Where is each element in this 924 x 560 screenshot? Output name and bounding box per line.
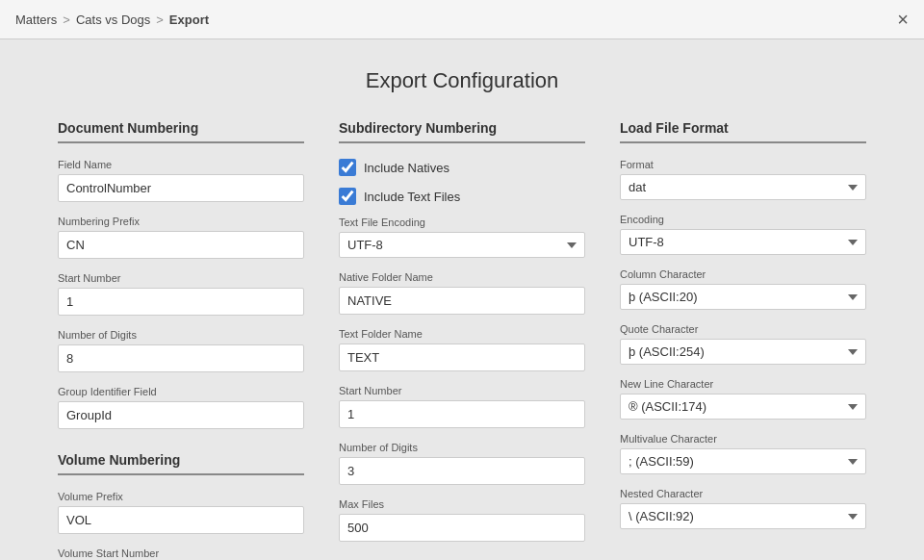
volume-start-label: Volume Start Number	[58, 547, 304, 559]
volume-numbering-header: Volume Numbering	[58, 452, 304, 475]
breadcrumb-matters: Matters	[15, 13, 57, 27]
native-folder-input[interactable]	[339, 287, 585, 315]
include-natives-checkbox[interactable]	[339, 159, 356, 176]
encoding-group: Encoding UTF-8 ASCII UTF-16	[620, 214, 866, 255]
page-title: Export Configuration	[58, 68, 866, 93]
include-natives-group: Include Natives	[339, 159, 585, 176]
encoding-label: Encoding	[620, 214, 866, 225]
sub-start-number-group: Start Number	[339, 385, 585, 428]
subdirectory-numbering-header: Subdirectory Numbering	[339, 120, 585, 143]
volume-start-group: Volume Start Number	[58, 547, 304, 560]
quote-char-select[interactable]: þ (ASCII:254)	[620, 339, 866, 365]
include-text-files-label[interactable]: Include Text Files	[364, 190, 460, 204]
main-content: Export Configuration Document Numbering …	[0, 39, 924, 560]
top-bar: Matters > Cats vs Dogs > Export ×	[0, 0, 924, 39]
field-name-group: Field Name	[58, 159, 304, 202]
text-file-encoding-group: Text File Encoding UTF-8 ASCII UTF-16	[339, 216, 585, 258]
include-text-files-checkbox[interactable]	[339, 188, 356, 205]
breadcrumb-sep-2: >	[156, 13, 164, 27]
include-natives-label[interactable]: Include Natives	[364, 161, 449, 175]
max-files-group: Max Files	[339, 498, 585, 542]
text-folder-label: Text Folder Name	[339, 328, 585, 340]
format-group: Format dat csv txt	[620, 159, 866, 200]
breadcrumb-export: Export	[169, 13, 209, 27]
text-folder-input[interactable]	[339, 344, 585, 371]
numbering-prefix-input[interactable]	[58, 231, 304, 259]
columns-layout: Document Numbering Field Name Numbering …	[58, 120, 866, 560]
volume-prefix-group: Volume Prefix	[58, 491, 304, 534]
multivalue-char-group: Multivalue Character ; (ASCII:59)	[620, 433, 866, 474]
multivalue-char-label: Multivalue Character	[620, 433, 866, 445]
volume-prefix-label: Volume Prefix	[58, 491, 304, 502]
start-number-group: Start Number	[58, 272, 304, 316]
sub-num-digits-group: Number of Digits	[339, 442, 585, 485]
max-files-input[interactable]	[339, 514, 585, 542]
include-text-files-group: Include Text Files	[339, 188, 585, 205]
text-file-encoding-select[interactable]: UTF-8 ASCII UTF-16	[339, 232, 585, 258]
format-select[interactable]: dat csv txt	[620, 174, 866, 200]
native-folder-label: Native Folder Name	[339, 271, 585, 283]
group-identifier-input[interactable]	[58, 401, 304, 429]
multivalue-char-select[interactable]: ; (ASCII:59)	[620, 448, 866, 474]
breadcrumb-cats-vs-dogs: Cats vs Dogs	[76, 13, 150, 27]
start-number-label: Start Number	[58, 272, 304, 284]
column-char-select[interactable]: þ (ASCII:20)	[620, 284, 866, 310]
breadcrumb-sep-1: >	[63, 13, 70, 27]
format-label: Format	[620, 159, 866, 170]
nested-char-group: Nested Character \ (ASCII:92)	[620, 488, 866, 529]
group-identifier-label: Group Identifier Field	[58, 386, 304, 397]
load-file-format-header: Load File Format	[620, 120, 866, 143]
document-numbering-header: Document Numbering	[58, 120, 304, 143]
sub-num-digits-input[interactable]	[339, 457, 585, 485]
column-char-group: Column Character þ (ASCII:20)	[620, 268, 866, 310]
group-identifier-group: Group Identifier Field	[58, 386, 304, 429]
nested-char-select[interactable]: \ (ASCII:92)	[620, 503, 866, 529]
close-button[interactable]: ×	[897, 10, 909, 29]
sub-start-number-input[interactable]	[339, 400, 585, 428]
start-number-input[interactable]	[58, 288, 304, 316]
breadcrumb: Matters > Cats vs Dogs > Export	[15, 13, 209, 27]
numbering-prefix-label: Numbering Prefix	[58, 216, 304, 227]
volume-prefix-input[interactable]	[58, 506, 304, 534]
numbering-prefix-group: Numbering Prefix	[58, 216, 304, 259]
max-files-label: Max Files	[339, 498, 585, 510]
nested-char-label: Nested Character	[620, 488, 866, 499]
sub-start-number-label: Start Number	[339, 385, 585, 396]
num-digits-label: Number of Digits	[58, 329, 304, 341]
num-digits-group: Number of Digits	[58, 329, 304, 372]
text-folder-group: Text Folder Name	[339, 328, 585, 371]
text-file-encoding-label: Text File Encoding	[339, 216, 585, 228]
column-document: Document Numbering Field Name Numbering …	[58, 120, 304, 560]
column-load-file: Load File Format Format dat csv txt Enco…	[620, 120, 866, 543]
newline-char-select[interactable]: ® (ASCII:174)	[620, 394, 866, 420]
column-subdirectory: Subdirectory Numbering Include Natives I…	[339, 120, 585, 555]
field-name-input[interactable]	[58, 174, 304, 202]
num-digits-input[interactable]	[58, 344, 304, 372]
newline-char-group: New Line Character ® (ASCII:174)	[620, 378, 866, 420]
column-char-label: Column Character	[620, 268, 866, 280]
quote-char-label: Quote Character	[620, 323, 866, 335]
field-name-label: Field Name	[58, 159, 304, 170]
encoding-select[interactable]: UTF-8 ASCII UTF-16	[620, 229, 866, 255]
quote-char-group: Quote Character þ (ASCII:254)	[620, 323, 866, 365]
newline-char-label: New Line Character	[620, 378, 866, 390]
native-folder-group: Native Folder Name	[339, 271, 585, 315]
sub-num-digits-label: Number of Digits	[339, 442, 585, 453]
